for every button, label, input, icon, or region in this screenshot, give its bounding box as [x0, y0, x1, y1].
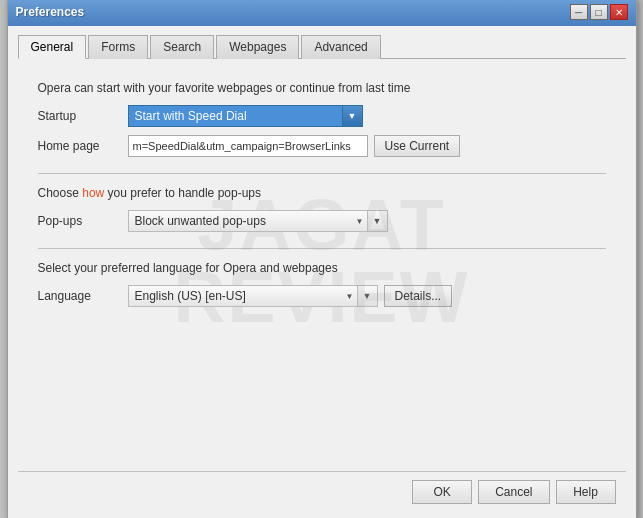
language-dropdown[interactable]: English (US) [en-US]	[128, 285, 358, 307]
startup-row: Startup Start with Speed Dial ▼	[38, 105, 606, 127]
footer: OK Cancel Help	[18, 471, 626, 510]
divider-2	[38, 248, 606, 249]
tab-webpages[interactable]: Webpages	[216, 35, 299, 59]
popups-row: Pop-ups Block unwanted pop-ups ▼	[38, 210, 606, 232]
help-button[interactable]: Help	[556, 480, 616, 504]
window-title: Preferences	[16, 5, 85, 19]
startup-dropdown[interactable]: Start with Speed Dial	[128, 105, 343, 127]
preferences-window: Preferences ─ □ ✕ General Forms Search W…	[7, 0, 637, 518]
language-description: Select your preferred language for Opera…	[38, 261, 606, 275]
language-dropdown-wrapper: English (US) [en-US]	[128, 285, 358, 307]
minimize-button[interactable]: ─	[570, 4, 588, 20]
use-current-button[interactable]: Use Current	[374, 135, 461, 157]
popups-dropdown-wrapper: Block unwanted pop-ups	[128, 210, 368, 232]
divider-1	[38, 173, 606, 174]
maximize-button[interactable]: □	[590, 4, 608, 20]
language-row: Language English (US) [en-US] ▼ Details.…	[38, 285, 606, 307]
details-button[interactable]: Details...	[384, 285, 453, 307]
language-label: Language	[38, 289, 128, 303]
startup-section: Opera can start with your favorite webpa…	[38, 81, 606, 157]
popups-dropdown-arrow[interactable]: ▼	[368, 210, 388, 232]
tab-advanced[interactable]: Advanced	[301, 35, 380, 59]
popups-description: Choose how you prefer to handle pop-ups	[38, 186, 606, 200]
homepage-label: Home page	[38, 139, 128, 153]
tab-general[interactable]: General	[18, 35, 87, 59]
tab-forms[interactable]: Forms	[88, 35, 148, 59]
language-dropdown-arrow[interactable]: ▼	[358, 285, 378, 307]
popups-label: Pop-ups	[38, 214, 128, 228]
language-section: Select your preferred language for Opera…	[38, 261, 606, 307]
ok-button[interactable]: OK	[412, 480, 472, 504]
popups-dropdown[interactable]: Block unwanted pop-ups	[128, 210, 368, 232]
title-bar-controls: ─ □ ✕	[570, 4, 628, 20]
tab-bar: General Forms Search Webpages Advanced	[18, 34, 626, 59]
window-body: General Forms Search Webpages Advanced J…	[8, 26, 636, 518]
startup-dropdown-arrow[interactable]: ▼	[343, 105, 363, 127]
title-bar: Preferences ─ □ ✕	[8, 0, 636, 26]
homepage-row: Home page Use Current	[38, 135, 606, 157]
startup-label: Startup	[38, 109, 128, 123]
popups-section: Choose how you prefer to handle pop-ups …	[38, 186, 606, 232]
cancel-button[interactable]: Cancel	[478, 480, 549, 504]
content-area: JAGAT REVIEW Opera can start with your f…	[18, 71, 626, 451]
startup-select-container: Start with Speed Dial ▼	[128, 105, 363, 127]
close-button[interactable]: ✕	[610, 4, 628, 20]
homepage-input[interactable]	[128, 135, 368, 157]
startup-description: Opera can start with your favorite webpa…	[38, 81, 606, 95]
tab-search[interactable]: Search	[150, 35, 214, 59]
